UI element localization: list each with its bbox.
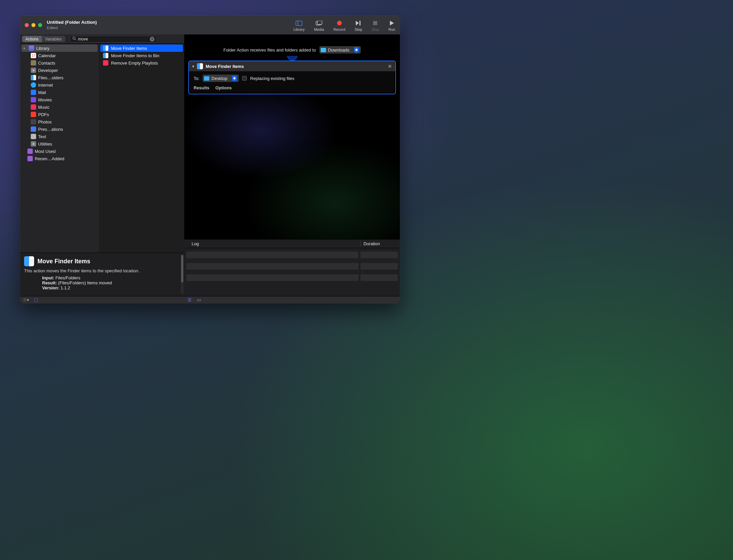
record-button[interactable]: Record bbox=[333, 20, 345, 31]
folder-icon bbox=[204, 76, 209, 81]
replace-checkbox[interactable] bbox=[242, 76, 247, 81]
music-icon bbox=[31, 104, 36, 110]
chevron-down-icon[interactable]: ▾ bbox=[23, 46, 27, 50]
clear-search-button[interactable]: ✕ bbox=[150, 37, 154, 41]
log-list-view-icon[interactable]: ☰ bbox=[188, 297, 192, 302]
disclosure-triangle-icon[interactable]: ▾ bbox=[192, 64, 194, 69]
action-move-finder-items[interactable]: ▾ Move Finder Items ✕ To: Desktop bbox=[188, 61, 396, 94]
cat-movies[interactable]: Movies bbox=[21, 96, 98, 103]
svg-line-9 bbox=[75, 39, 76, 40]
action-results-tab[interactable]: Results bbox=[194, 85, 209, 90]
info-scrollbar[interactable] bbox=[181, 255, 184, 294]
close-window-button[interactable] bbox=[25, 23, 29, 27]
search-field[interactable]: ✕ bbox=[70, 36, 157, 42]
folder-icon bbox=[321, 48, 326, 52]
cat-pdfs[interactable]: PDFs bbox=[21, 111, 98, 118]
info-panel: Move Finder Items This action moves the … bbox=[20, 253, 184, 296]
library-tree[interactable]: ▾ Library 17Calendar Contacts ✕Developer… bbox=[20, 44, 99, 163]
result-move-finder-items[interactable]: Move Finder Items bbox=[100, 44, 183, 52]
cat-developer[interactable]: ✕Developer bbox=[21, 67, 98, 74]
log-panel: Log Duration bbox=[184, 239, 400, 296]
step-label: Step bbox=[355, 27, 362, 31]
cat-photos[interactable]: Photos bbox=[21, 118, 98, 125]
record-icon bbox=[336, 20, 343, 26]
cat-utilities[interactable]: ✕Utilities bbox=[21, 140, 98, 148]
titlebar: Untitled (Folder Action) Edited Library … bbox=[20, 16, 400, 34]
run-label: Run bbox=[389, 27, 395, 31]
music-icon bbox=[103, 60, 108, 66]
record-label: Record bbox=[333, 27, 345, 31]
svg-marker-7 bbox=[390, 21, 394, 25]
stop-label: Stop bbox=[372, 27, 379, 31]
media-button[interactable]: Media bbox=[314, 20, 324, 31]
media-label: Media bbox=[314, 27, 324, 31]
action-options-tab[interactable]: Options bbox=[215, 85, 232, 90]
library-toggle-button[interactable]: Library bbox=[293, 20, 305, 31]
replace-label: Replacing existing files bbox=[250, 76, 294, 81]
calendar-icon: 17 bbox=[31, 53, 36, 58]
destination-value: Desktop bbox=[211, 76, 227, 81]
minimize-window-button[interactable] bbox=[31, 23, 35, 27]
svg-rect-5 bbox=[359, 21, 360, 25]
finder-icon bbox=[31, 75, 36, 80]
cat-contacts[interactable]: Contacts bbox=[21, 59, 98, 67]
zoom-window-button[interactable] bbox=[38, 23, 42, 27]
to-label: To: bbox=[194, 76, 199, 81]
log-column-header[interactable]: Log bbox=[184, 241, 360, 246]
svg-marker-4 bbox=[356, 21, 359, 25]
svg-rect-3 bbox=[317, 21, 322, 24]
movies-icon bbox=[31, 97, 36, 102]
library-root-label: Library bbox=[36, 46, 49, 51]
cat-internet[interactable]: Internet bbox=[21, 81, 98, 89]
cat-music[interactable]: Music bbox=[21, 103, 98, 111]
cat-presentations[interactable]: Pres…ations bbox=[21, 125, 98, 133]
segment-actions[interactable]: Actions bbox=[22, 36, 42, 42]
log-row bbox=[186, 263, 398, 270]
smart-recently-added[interactable]: Recen…Added bbox=[21, 155, 98, 162]
log-flow-view-icon[interactable]: ▭ bbox=[197, 297, 201, 302]
duration-column-header[interactable]: Duration bbox=[360, 241, 400, 246]
action-results-list[interactable]: Move Finder Items Move Finder Items to B… bbox=[99, 44, 184, 67]
popup-arrows-icon bbox=[354, 47, 359, 53]
cat-files[interactable]: Files…olders bbox=[21, 74, 98, 81]
cat-mail[interactable]: Mail bbox=[21, 89, 98, 96]
run-button[interactable]: Run bbox=[389, 20, 395, 31]
library-root[interactable]: ▾ Library bbox=[21, 44, 98, 52]
sidebar-icon bbox=[296, 20, 302, 26]
svg-point-8 bbox=[73, 37, 75, 39]
destination-select[interactable]: Desktop bbox=[203, 75, 239, 82]
step-icon bbox=[355, 20, 362, 26]
text-icon bbox=[31, 134, 36, 139]
smart-most-used[interactable]: Most Used bbox=[21, 148, 98, 155]
folder-action-folder-select[interactable]: Downloads bbox=[319, 46, 361, 54]
workflow-input-row: Folder Action receives files and folders… bbox=[184, 44, 400, 56]
result-move-finder-items-to-bin[interactable]: Move Finder Items to Bin bbox=[100, 52, 183, 59]
internet-icon bbox=[31, 82, 36, 88]
svg-rect-0 bbox=[296, 21, 302, 25]
smart-folder-icon bbox=[27, 156, 33, 161]
library-label: Library bbox=[293, 27, 305, 31]
step-button[interactable]: Step bbox=[355, 20, 362, 31]
status-bar-left: ☉▾ ▢ bbox=[20, 296, 184, 303]
play-icon bbox=[389, 20, 395, 26]
search-input[interactable] bbox=[78, 37, 148, 41]
window-title: Untitled (Folder Action) bbox=[47, 20, 97, 25]
cat-text[interactable]: Text bbox=[21, 133, 98, 140]
automator-window: Untitled (Folder Action) Edited Library … bbox=[20, 16, 400, 303]
popup-arrows-icon bbox=[232, 76, 237, 81]
segment-variables[interactable]: Variables bbox=[42, 36, 65, 42]
variables-toggle-icon[interactable]: ▢ bbox=[34, 297, 38, 302]
copyright-menu-button[interactable]: ☉▾ bbox=[23, 297, 29, 302]
folder-action-folder-value: Downloads bbox=[328, 48, 349, 53]
smart-folder-icon bbox=[27, 149, 33, 154]
status-bar-right: ☰ ▭ bbox=[184, 296, 400, 303]
svg-rect-6 bbox=[373, 21, 377, 25]
result-remove-empty-playlists[interactable]: Remove Empty Playlists bbox=[100, 59, 183, 67]
actions-variables-segment[interactable]: Actions Variables bbox=[22, 36, 65, 42]
remove-action-button[interactable]: ✕ bbox=[388, 64, 392, 69]
workflow-canvas[interactable] bbox=[184, 94, 400, 239]
stop-button: Stop bbox=[372, 20, 379, 31]
window-controls bbox=[25, 23, 42, 27]
cat-calendar[interactable]: 17Calendar bbox=[21, 52, 98, 59]
workflow-connector bbox=[287, 56, 297, 61]
